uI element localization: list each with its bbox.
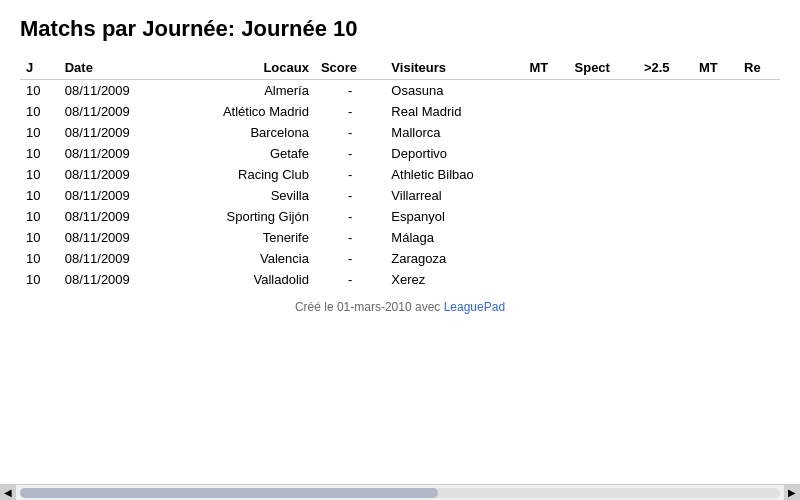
col-header-date: Date bbox=[59, 56, 172, 80]
cell-gt25 bbox=[638, 143, 693, 164]
cell-date: 08/11/2009 bbox=[59, 269, 172, 290]
cell-spect bbox=[569, 227, 638, 248]
cell-spect bbox=[569, 101, 638, 122]
page-container: Matchs par Journée: Journée 10 J Date Lo… bbox=[0, 0, 800, 330]
col-header-j: J bbox=[20, 56, 59, 80]
cell-spect bbox=[569, 248, 638, 269]
cell-mt2 bbox=[693, 185, 738, 206]
cell-re bbox=[738, 164, 780, 185]
scrollbar-track[interactable] bbox=[20, 488, 780, 498]
cell-spect bbox=[569, 164, 638, 185]
cell-mt1 bbox=[523, 143, 568, 164]
cell-score: - bbox=[315, 164, 385, 185]
cell-gt25 bbox=[638, 227, 693, 248]
page-title: Matchs par Journée: Journée 10 bbox=[20, 16, 780, 42]
table-row: 1008/11/2009Racing Club-Athletic Bilbao bbox=[20, 164, 780, 185]
cell-mt1 bbox=[523, 269, 568, 290]
cell-mt1 bbox=[523, 101, 568, 122]
cell-mt1 bbox=[523, 248, 568, 269]
cell-re bbox=[738, 101, 780, 122]
cell-spect bbox=[569, 143, 638, 164]
cell-mt2 bbox=[693, 143, 738, 164]
col-header-mt1: MT bbox=[523, 56, 568, 80]
cell-visiteurs: Xerez bbox=[385, 269, 523, 290]
cell-date: 08/11/2009 bbox=[59, 248, 172, 269]
cell-re bbox=[738, 269, 780, 290]
cell-visiteurs: Mallorca bbox=[385, 122, 523, 143]
cell-j: 10 bbox=[20, 206, 59, 227]
cell-mt2 bbox=[693, 269, 738, 290]
cell-score: - bbox=[315, 248, 385, 269]
table-row: 1008/11/2009Sevilla-Villarreal bbox=[20, 185, 780, 206]
cell-date: 08/11/2009 bbox=[59, 80, 172, 102]
scroll-right-arrow[interactable]: ▶ bbox=[784, 485, 800, 501]
cell-visiteurs: Zaragoza bbox=[385, 248, 523, 269]
scrollbar-area: ◀ ▶ bbox=[0, 484, 800, 500]
cell-date: 08/11/2009 bbox=[59, 164, 172, 185]
cell-locaux: Barcelona bbox=[172, 122, 315, 143]
cell-j: 10 bbox=[20, 164, 59, 185]
cell-score: - bbox=[315, 227, 385, 248]
cell-gt25 bbox=[638, 269, 693, 290]
cell-spect bbox=[569, 185, 638, 206]
cell-mt1 bbox=[523, 227, 568, 248]
cell-j: 10 bbox=[20, 80, 59, 102]
cell-spect bbox=[569, 206, 638, 227]
table-row: 1008/11/2009Tenerife-Málaga bbox=[20, 227, 780, 248]
cell-date: 08/11/2009 bbox=[59, 206, 172, 227]
cell-re bbox=[738, 122, 780, 143]
cell-mt1 bbox=[523, 122, 568, 143]
cell-mt1 bbox=[523, 206, 568, 227]
matches-table: J Date Locaux Score Visiteurs MT Spect >… bbox=[20, 56, 780, 290]
cell-gt25 bbox=[638, 80, 693, 102]
cell-re bbox=[738, 248, 780, 269]
cell-re bbox=[738, 185, 780, 206]
table-row: 1008/11/2009Atlético Madrid-Real Madrid bbox=[20, 101, 780, 122]
cell-gt25 bbox=[638, 101, 693, 122]
cell-locaux: Valladolid bbox=[172, 269, 315, 290]
cell-visiteurs: Espanyol bbox=[385, 206, 523, 227]
cell-locaux: Racing Club bbox=[172, 164, 315, 185]
cell-j: 10 bbox=[20, 122, 59, 143]
cell-spect bbox=[569, 122, 638, 143]
cell-locaux: Getafe bbox=[172, 143, 315, 164]
scroll-left-arrow[interactable]: ◀ bbox=[0, 485, 16, 501]
footer: Créé le 01-mars-2010 avec LeaguePad bbox=[20, 300, 780, 314]
cell-mt2 bbox=[693, 80, 738, 102]
cell-j: 10 bbox=[20, 227, 59, 248]
leaguepad-link[interactable]: LeaguePad bbox=[444, 300, 505, 314]
cell-mt2 bbox=[693, 122, 738, 143]
cell-date: 08/11/2009 bbox=[59, 122, 172, 143]
cell-locaux: Valencia bbox=[172, 248, 315, 269]
cell-locaux: Sevilla bbox=[172, 185, 315, 206]
cell-mt1 bbox=[523, 80, 568, 102]
cell-score: - bbox=[315, 143, 385, 164]
cell-re bbox=[738, 80, 780, 102]
cell-locaux: Atlético Madrid bbox=[172, 101, 315, 122]
cell-date: 08/11/2009 bbox=[59, 143, 172, 164]
col-header-spect: Spect bbox=[569, 56, 638, 80]
cell-score: - bbox=[315, 185, 385, 206]
table-row: 1008/11/2009Valladolid-Xerez bbox=[20, 269, 780, 290]
cell-j: 10 bbox=[20, 269, 59, 290]
cell-mt2 bbox=[693, 248, 738, 269]
cell-re bbox=[738, 143, 780, 164]
cell-mt1 bbox=[523, 185, 568, 206]
cell-date: 08/11/2009 bbox=[59, 101, 172, 122]
cell-score: - bbox=[315, 80, 385, 102]
cell-j: 10 bbox=[20, 143, 59, 164]
cell-visiteurs: Osasuna bbox=[385, 80, 523, 102]
col-header-locaux: Locaux bbox=[172, 56, 315, 80]
cell-mt2 bbox=[693, 227, 738, 248]
col-header-re: Re bbox=[738, 56, 780, 80]
cell-visiteurs: Real Madrid bbox=[385, 101, 523, 122]
table-header-row: J Date Locaux Score Visiteurs MT Spect >… bbox=[20, 56, 780, 80]
cell-j: 10 bbox=[20, 185, 59, 206]
cell-spect bbox=[569, 80, 638, 102]
cell-mt1 bbox=[523, 164, 568, 185]
cell-locaux: Almería bbox=[172, 80, 315, 102]
cell-date: 08/11/2009 bbox=[59, 227, 172, 248]
table-row: 1008/11/2009Valencia-Zaragoza bbox=[20, 248, 780, 269]
cell-re bbox=[738, 206, 780, 227]
col-header-visiteurs: Visiteurs bbox=[385, 56, 523, 80]
